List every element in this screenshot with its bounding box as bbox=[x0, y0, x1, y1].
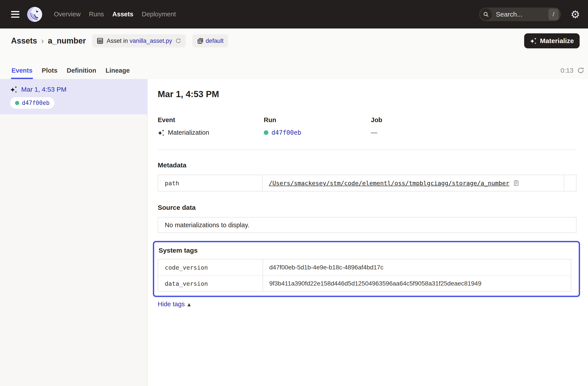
system-tags-table: code_version d47f00eb-5d1b-4e9e-b18c-489… bbox=[158, 259, 571, 292]
copy-to-clipboard-icon[interactable] bbox=[513, 180, 520, 186]
nav-deployment[interactable]: Deployment bbox=[142, 11, 176, 18]
menu-icon[interactable] bbox=[11, 11, 20, 18]
materialization-sparkle-icon bbox=[10, 86, 18, 93]
dagster-app: Overview Runs Assets Deployment Search..… bbox=[0, 0, 588, 386]
content-area: Mar 1, 4:53 PM d47f00eb Mar 1, 4:53 PM E… bbox=[0, 79, 588, 386]
code-version-value: d47f00eb-5d1b-4e9e-b18c-4896af4bd17c bbox=[269, 264, 383, 271]
collapse-caret-icon: ▲ bbox=[188, 302, 191, 307]
breadcrumb-assets-link[interactable]: Assets bbox=[11, 36, 37, 45]
job-empty-value: — bbox=[371, 129, 377, 136]
search-input[interactable]: Search... / bbox=[479, 7, 561, 21]
source-data-empty-state: No materializations to display. bbox=[158, 217, 577, 233]
table-row: data_version 9f3b411a390fd22e158d446d5d1… bbox=[158, 275, 571, 291]
run-id-link[interactable]: d47f00eb bbox=[272, 129, 301, 136]
system-tag-key: code_version bbox=[158, 260, 263, 275]
event-column-label: Event bbox=[158, 116, 264, 124]
asset-origin-badge[interactable]: Asset in vanilla_asset.py bbox=[92, 34, 186, 47]
sparkle-icon bbox=[530, 37, 537, 44]
page-header: Assets › a_number Asset in vanilla_asset… bbox=[0, 28, 588, 79]
event-summary-columns: Event Materialization Run d47f00eb Job bbox=[158, 116, 577, 136]
data-version-value: 9f3b411a390fd22e158d446d5d12504963596aa6… bbox=[269, 280, 481, 287]
asset-group-badge[interactable]: default bbox=[192, 34, 228, 47]
search-placeholder: Search... bbox=[496, 11, 548, 18]
tab-definition[interactable]: Definition bbox=[66, 67, 97, 79]
top-nav-bar: Overview Runs Assets Deployment Search..… bbox=[0, 0, 588, 28]
metadata-path-link[interactable]: /Users/smackesey/stm/code/elementl/oss/t… bbox=[269, 180, 509, 187]
page-title-asset-name: a_number bbox=[48, 36, 86, 45]
event-type-value: Materialization bbox=[168, 129, 209, 136]
asset-group-icon bbox=[197, 37, 204, 44]
metadata-heading: Metadata bbox=[158, 162, 577, 169]
search-icon bbox=[480, 8, 492, 20]
dagster-logo-icon[interactable] bbox=[26, 6, 43, 22]
nav-overview[interactable]: Overview bbox=[54, 11, 81, 18]
metadata-row-end-cell bbox=[564, 175, 576, 191]
event-detail-panel: Mar 1, 4:53 PM Event Materialization Run… bbox=[147, 79, 588, 386]
run-id-pill[interactable]: d47f00eb bbox=[10, 97, 54, 109]
metadata-table: path /Users/smackesey/stm/code/elementl/… bbox=[158, 175, 577, 191]
breadcrumb: Assets › a_number Asset in vanilla_asset… bbox=[11, 33, 580, 48]
nav-runs[interactable]: Runs bbox=[89, 11, 104, 18]
tab-events[interactable]: Events bbox=[11, 67, 33, 79]
system-tag-key: data_version bbox=[158, 276, 263, 291]
hide-tags-link[interactable]: Hide tags ▲ bbox=[158, 301, 191, 308]
materialize-button-label: Materialize bbox=[540, 37, 574, 45]
run-success-dot bbox=[15, 101, 19, 105]
asset-group-link[interactable]: default bbox=[206, 38, 224, 44]
hide-tags-label: Hide tags bbox=[158, 301, 185, 308]
event-column: Event Materialization bbox=[158, 116, 264, 136]
table-grid-icon bbox=[97, 37, 104, 44]
run-column-label: Run bbox=[264, 116, 371, 124]
tab-plots[interactable]: Plots bbox=[41, 67, 58, 79]
section-divider bbox=[158, 149, 577, 150]
refresh-countdown: 0:13 bbox=[561, 67, 573, 74]
system-tags-heading: System tags bbox=[159, 247, 571, 254]
search-shortcut-key: / bbox=[548, 9, 559, 20]
events-sidebar: Mar 1, 4:53 PM d47f00eb bbox=[0, 79, 147, 386]
sidebar-event-item[interactable]: Mar 1, 4:53 PM d47f00eb bbox=[0, 79, 147, 114]
reload-definition-icon[interactable] bbox=[175, 38, 181, 44]
job-column-label: Job bbox=[371, 116, 382, 124]
source-data-heading: Source data bbox=[158, 204, 577, 211]
primary-nav: Overview Runs Assets Deployment bbox=[54, 11, 176, 18]
run-column: Run d47f00eb bbox=[264, 116, 371, 136]
asset-origin-file-link[interactable]: vanilla_asset.py bbox=[130, 38, 172, 44]
table-row: code_version d47f00eb-5d1b-4e9e-b18c-489… bbox=[158, 260, 571, 275]
table-row: path /Users/smackesey/stm/code/elementl/… bbox=[158, 175, 576, 191]
materialization-sparkle-icon bbox=[158, 129, 165, 136]
asset-tabs: Events Plots Definition Lineage bbox=[11, 67, 130, 79]
refresh-status: 0:13 bbox=[561, 67, 585, 74]
breadcrumb-separator: › bbox=[41, 36, 44, 46]
event-timestamp: Mar 1, 4:53 PM bbox=[21, 86, 66, 93]
run-success-dot bbox=[264, 130, 268, 135]
system-tags-highlight-box: System tags code_version d47f00eb-5d1b-4… bbox=[153, 241, 580, 297]
asset-origin-prefix: Asset in bbox=[107, 38, 128, 44]
nav-assets[interactable]: Assets bbox=[112, 11, 133, 18]
materialize-button[interactable]: Materialize bbox=[524, 33, 580, 48]
gear-icon[interactable]: ⚙ bbox=[570, 9, 580, 20]
event-detail-title: Mar 1, 4:53 PM bbox=[158, 89, 577, 99]
refresh-icon[interactable] bbox=[577, 67, 585, 74]
run-id-text: d47f00eb bbox=[22, 100, 49, 106]
tab-lineage[interactable]: Lineage bbox=[105, 67, 130, 79]
metadata-key: path bbox=[158, 175, 262, 191]
job-column: Job — bbox=[371, 116, 382, 136]
